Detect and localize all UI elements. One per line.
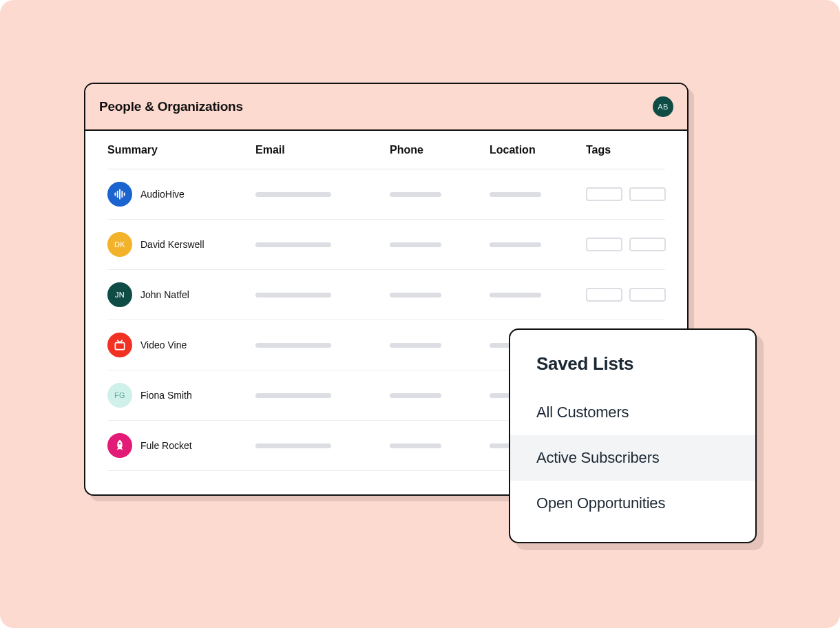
row-name: Fiona Smith [140, 390, 192, 401]
cell-tags [586, 288, 682, 302]
tag-pill[interactable] [629, 187, 666, 201]
avatar-initials: FG [107, 383, 132, 408]
cell-summary: AudioHive [107, 182, 255, 207]
tag-pill[interactable] [629, 238, 666, 251]
tag-pill[interactable] [629, 288, 666, 302]
cell-summary: JNJohn Natfel [107, 282, 255, 307]
placeholder-bar [490, 293, 541, 297]
placeholder-bar [390, 443, 441, 448]
cell-loc [490, 293, 586, 297]
cell-tags [586, 187, 682, 201]
row-name: David Kerswell [140, 239, 204, 250]
saved-list-item[interactable]: Open Opportunities [510, 481, 755, 526]
table-row[interactable]: JNJohn Natfel [107, 270, 665, 320]
saved-lists-popover: Saved Lists All CustomersActive Subscrib… [509, 328, 757, 543]
row-name: AudioHive [140, 189, 185, 200]
placeholder-bar [255, 393, 331, 398]
placeholder-bar [390, 293, 441, 297]
avatar-initials-text: DK [114, 240, 125, 249]
col-location[interactable]: Location [490, 144, 586, 156]
table-row[interactable]: AudioHive [107, 169, 665, 220]
tv-icon [107, 333, 132, 357]
placeholder-bar [255, 192, 331, 197]
svg-point-6 [119, 443, 121, 445]
tag-group [586, 238, 682, 251]
avatar-initials-text: FG [114, 391, 125, 399]
placeholder-bar [255, 293, 331, 297]
cell-email [255, 343, 390, 348]
placeholder-bar [390, 393, 441, 398]
tag-group [586, 288, 682, 302]
row-name: Video Vine [140, 339, 187, 350]
placeholder-bar [255, 343, 331, 348]
cell-summary: DKDavid Kerswell [107, 232, 255, 257]
avatar-initials-text: JN [115, 291, 125, 299]
cell-email [255, 443, 390, 448]
row-name: John Natfel [140, 289, 189, 300]
table-row[interactable]: DKDavid Kerswell [107, 220, 665, 270]
row-name: Fule Rocket [140, 440, 192, 451]
placeholder-bar [255, 242, 331, 247]
placeholder-bar [255, 443, 331, 448]
col-email[interactable]: Email [255, 144, 390, 156]
cell-summary: Video Vine [107, 333, 255, 357]
popover-title: Saved Lists [510, 353, 755, 390]
cell-email [255, 293, 390, 297]
placeholder-bar [390, 343, 441, 348]
cell-phone [390, 293, 490, 297]
col-summary[interactable]: Summary [107, 144, 255, 156]
cell-phone [390, 192, 490, 197]
svg-rect-5 [115, 343, 124, 350]
cell-email [255, 192, 390, 197]
col-phone[interactable]: Phone [390, 144, 490, 156]
placeholder-bar [390, 192, 441, 197]
placeholder-bar [490, 242, 541, 247]
cell-loc [490, 242, 586, 247]
tag-group [586, 187, 682, 201]
cell-loc [490, 192, 586, 197]
cell-tags [586, 238, 682, 251]
tag-pill[interactable] [586, 288, 622, 302]
cell-email [255, 242, 390, 247]
cell-phone [390, 242, 490, 247]
cell-phone [390, 443, 490, 448]
col-tags[interactable]: Tags [586, 144, 682, 156]
rocket-icon [107, 433, 132, 458]
placeholder-bar [490, 192, 541, 197]
panel-header: People & Organizations AB [85, 84, 687, 131]
saved-list-item[interactable]: All Customers [510, 390, 755, 435]
audio-bars-icon [107, 182, 132, 207]
avatar-initials: JN [107, 282, 132, 307]
user-avatar[interactable]: AB [653, 96, 673, 117]
cell-email [255, 393, 390, 398]
avatar-initials: DK [107, 232, 132, 257]
cell-phone [390, 343, 490, 348]
popover-items: All CustomersActive SubscribersOpen Oppo… [510, 390, 755, 526]
placeholder-bar [390, 242, 441, 247]
saved-list-item[interactable]: Active Subscribers [510, 435, 755, 481]
tag-pill[interactable] [586, 187, 622, 201]
panel-title: People & Organizations [99, 99, 243, 114]
canvas: People & Organizations AB Summary Email … [0, 0, 840, 628]
cell-phone [390, 393, 490, 398]
tag-pill[interactable] [586, 238, 622, 251]
cell-summary: FGFiona Smith [107, 383, 255, 408]
cell-summary: Fule Rocket [107, 433, 255, 458]
table-header: Summary Email Phone Location Tags [107, 131, 665, 169]
